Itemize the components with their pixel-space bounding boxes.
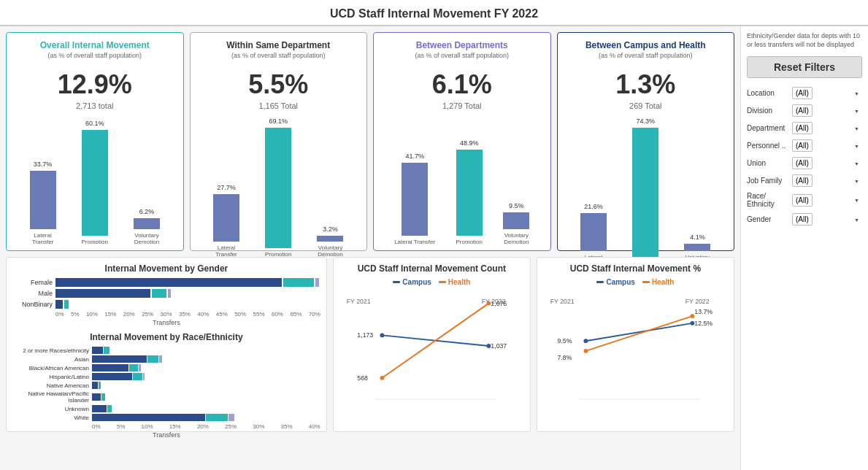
bar-label: 74.3% [636,118,655,125]
x-tick: 0% [92,423,101,430]
race-row-native-am: Native American [12,382,320,389]
x-tick: 40% [309,423,320,430]
bar-promotion-label-bottom: Promotion [82,239,108,246]
kpi-within-title: Within Same Department [198,40,360,50]
filter-department-select[interactable]: (All) [792,122,813,134]
bar [684,244,710,251]
filter-union-select-wrapper[interactable]: (All) [792,157,862,169]
campus-dot-2021 [380,333,384,337]
count-chart-panel: UCD Staff Internal Movement Count Campus… [333,257,531,432]
race-bar [104,347,110,354]
kpi-within-barchart: 27.7% LateralTransfer 69.1% Promotion 3.… [198,118,360,258]
race-bar [92,364,128,371]
legend-campus-pct-dot [596,281,604,283]
legend-health: Health [439,278,471,286]
filter-location-select[interactable]: (All) [792,87,813,99]
gender-bar-female-2 [283,278,314,287]
gender-bar-male-2 [152,289,166,298]
bar-demotion-label-top: 6.2% [139,208,155,215]
kpi-within-total: 1,165 Total [198,101,360,110]
gender-label-male: Male [12,290,53,297]
health-pct-line [585,316,692,351]
race-bar [139,364,141,371]
campus-pct-val-2021: 9.5% [557,337,572,344]
filter-division-select-wrapper[interactable]: (All) [792,104,862,117]
gender-bar-female-1 [55,278,282,287]
filter-union-label: Union [747,159,792,167]
bar-promotion-bar [82,130,108,236]
legend-campus-pct-label: Campus [606,278,634,286]
x-tick: 30% [253,423,264,430]
kpi-between-campus-barchart: 21.6% LateralTransfer 74.3% Promotion 4.… [565,118,727,268]
gender-row-male: Male [12,289,320,298]
kpi-between-dept-barchart: 41.7% Lateral Transfer 48.9% Promotion 9… [381,118,543,246]
filter-department-select-wrapper[interactable]: (All) [792,122,862,134]
filter-location: Location (All) [747,87,862,99]
gender-bar-nb-1 [55,300,63,309]
reset-filters-button[interactable]: Reset Filters [747,56,862,78]
page-title: UCD Staff Internal Movement FY 2022 [0,0,868,26]
kpi-between-dept-percent: 6.1% [381,69,543,100]
filter-gender-select-wrapper[interactable]: (All) [792,213,862,226]
filter-gender-select[interactable]: (All) [792,213,813,226]
gender-race-panel: Internal Movement by Gender Female Male [6,257,327,432]
health-pct-val-2021: 7.8% [557,354,572,361]
gender-row-nonbinary: NonBinary [12,300,320,309]
filter-personnel-select[interactable]: (All) [792,139,813,152]
x-tick: 40% [197,311,209,317]
bar-lateral-w: 27.7% LateralTransfer [213,184,239,258]
x-tick: 5% [71,311,80,317]
x-tick: 35% [281,423,293,430]
filter-union-select[interactable]: (All) [792,157,813,169]
kpi-between-campus-title: Between Campus and Health [565,40,727,50]
race-label: White [12,415,89,421]
percent-chart-title: UCD Staff Internal Movement % [543,263,728,274]
kpi-card-overall: Overall Internal Movement (as % of overa… [6,32,184,251]
race-bar [92,347,103,354]
bar-label: 21.6% [584,203,603,210]
race-label: 2 or more Races/ethnicity [12,347,89,354]
filter-division-select[interactable]: (All) [792,104,813,117]
bar [317,236,343,242]
legend-health-dot [439,281,446,283]
x-tick: 60% [272,311,283,317]
bar [402,163,428,236]
sidebar: Ethnicity/Gender data for depts with 10 … [740,26,868,470]
bar-demotion-bar [134,218,160,229]
kpi-overall-percent: 12.9% [14,69,176,100]
filter-race-select-wrapper[interactable]: (All) [792,194,862,207]
x-tick: 55% [253,311,265,317]
filter-job-family-label: Job Family [747,177,792,185]
gender-bar-female-3 [315,278,319,287]
health-dot-2021 [380,376,384,380]
x-tick: 70% [309,311,320,317]
x-tick: 15% [104,311,116,317]
filter-race-select[interactable]: (All) [792,194,813,207]
bar-promotion: 60.1% Promotion [82,120,108,246]
race-bar [133,373,142,380]
percent-chart-panel: UCD Staff Internal Movement % Campus Hea… [537,257,734,432]
kpi-card-between-campus: Between Campus and Health (as % of overa… [557,32,735,251]
kpi-between-campus-subtitle: (as % of overall staff population) [565,52,727,59]
fy2022-label-pct: FY 2022 [685,298,710,305]
bar [580,213,607,251]
x-tick: 0% [55,311,64,317]
campus-pct-dot-2021 [583,339,588,343]
race-label: Hispanic/Latino [12,374,89,380]
kpi-card-within: Within Same Department (as % of overall … [190,32,368,251]
filter-division-label: Division [747,107,792,115]
x-tick: 45% [216,311,228,317]
bar-label-bottom: Lateral Transfer [394,239,435,246]
x-tick: 35% [179,311,191,317]
race-bar [107,405,112,412]
filter-job-family-select[interactable]: (All) [792,174,813,187]
race-chart-bars: 2 or more Races/ethnicity Asian Black/Af… [12,347,320,421]
gender-row-female: Female [12,278,320,287]
health-pct-val-2022: 13.7% [694,308,713,315]
sidebar-note: Ethnicity/Gender data for depts with 10 … [747,32,862,49]
health-line [382,304,488,378]
filter-personnel-select-wrapper[interactable]: (All) [792,139,862,152]
filter-location-select-wrapper[interactable]: (All) [792,87,862,99]
filter-job-family-select-wrapper[interactable]: (All) [792,174,862,187]
count-line-svg: FY 2021 FY 2022 [339,288,524,404]
